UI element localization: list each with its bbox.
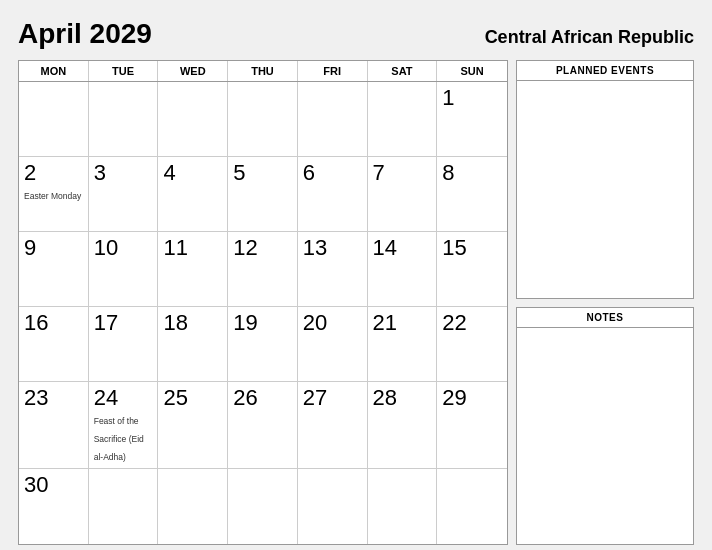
calendar-cell: 24Feast of the Sacrifice (Eid al-Adha): [89, 382, 159, 469]
calendar-cell: 14: [368, 232, 438, 307]
cell-day-number: 21: [373, 311, 432, 335]
calendar-cell: [158, 82, 228, 157]
cell-day-number: 23: [24, 386, 83, 410]
calendar-cell: 18: [158, 307, 228, 382]
sidebar: PLANNED EVENTS NOTES: [516, 60, 694, 545]
cell-event: Feast of the Sacrifice (Eid al-Adha): [94, 416, 144, 462]
cell-day-number: 17: [94, 311, 153, 335]
calendar-cell: [298, 82, 368, 157]
calendar-cell: [368, 469, 438, 544]
calendar-cell: 22: [437, 307, 507, 382]
calendar-cell: 17: [89, 307, 159, 382]
calendar-cell: 11: [158, 232, 228, 307]
notes-title: NOTES: [517, 308, 693, 328]
calendar-cell: [19, 82, 89, 157]
calendar-cell: 23: [19, 382, 89, 469]
cell-day-number: 7: [373, 161, 432, 185]
calendar-cell: 10: [89, 232, 159, 307]
main-content: MONTUEWEDTHUFRISATSUN 12Easter Monday345…: [18, 60, 694, 545]
cell-day-number: 10: [94, 236, 153, 260]
calendar-cell: 1: [437, 82, 507, 157]
calendar-cell: [158, 469, 228, 544]
day-header: WED: [158, 61, 228, 81]
calendar-cell: 25: [158, 382, 228, 469]
calendar-cell: 16: [19, 307, 89, 382]
day-header: THU: [228, 61, 298, 81]
page-header: April 2029 Central African Republic: [18, 18, 694, 50]
notes-box: NOTES: [516, 307, 694, 546]
calendar-cell: 27: [298, 382, 368, 469]
cell-day-number: 15: [442, 236, 502, 260]
calendar-cell: 5: [228, 157, 298, 232]
calendar-cell: 30: [19, 469, 89, 544]
cell-day-number: 29: [442, 386, 502, 410]
cell-day-number: 8: [442, 161, 502, 185]
calendar-cell: [228, 469, 298, 544]
day-header: FRI: [298, 61, 368, 81]
cell-day-number: 14: [373, 236, 432, 260]
cell-day-number: 27: [303, 386, 362, 410]
cell-day-number: 24: [94, 386, 153, 410]
cell-day-number: 13: [303, 236, 362, 260]
cell-day-number: 26: [233, 386, 292, 410]
calendar: MONTUEWEDTHUFRISATSUN 12Easter Monday345…: [18, 60, 508, 545]
country-label: Central African Republic: [485, 27, 694, 48]
cell-day-number: 6: [303, 161, 362, 185]
day-header: SAT: [368, 61, 438, 81]
calendar-cell: 19: [228, 307, 298, 382]
calendar-cell: 7: [368, 157, 438, 232]
calendar-cell: 3: [89, 157, 159, 232]
calendar-cell: [228, 82, 298, 157]
calendar-grid: 12Easter Monday3456789101112131415161718…: [19, 82, 507, 544]
cell-day-number: 18: [163, 311, 222, 335]
cell-day-number: 12: [233, 236, 292, 260]
cell-day-number: 19: [233, 311, 292, 335]
cell-day-number: 5: [233, 161, 292, 185]
cell-day-number: 1: [442, 86, 502, 110]
calendar-cell: 21: [368, 307, 438, 382]
cell-day-number: 20: [303, 311, 362, 335]
notes-content: [517, 328, 693, 545]
day-header: TUE: [89, 61, 159, 81]
cell-day-number: 25: [163, 386, 222, 410]
calendar-cell: [89, 82, 159, 157]
calendar-cell: 9: [19, 232, 89, 307]
cell-day-number: 4: [163, 161, 222, 185]
calendar-cell: 28: [368, 382, 438, 469]
calendar-cell: 4: [158, 157, 228, 232]
cell-day-number: 30: [24, 473, 83, 497]
calendar-cell: 20: [298, 307, 368, 382]
planned-events-content: [517, 81, 693, 298]
calendar-cell: [368, 82, 438, 157]
calendar-cell: [298, 469, 368, 544]
calendar-cell: 26: [228, 382, 298, 469]
day-header: SUN: [437, 61, 507, 81]
calendar-cell: 15: [437, 232, 507, 307]
cell-day-number: 11: [163, 236, 222, 260]
cell-day-number: 9: [24, 236, 83, 260]
cell-day-number: 22: [442, 311, 502, 335]
cell-day-number: 16: [24, 311, 83, 335]
calendar-cell: [89, 469, 159, 544]
planned-events-title: PLANNED EVENTS: [517, 61, 693, 81]
day-headers-row: MONTUEWEDTHUFRISATSUN: [19, 61, 507, 82]
planned-events-box: PLANNED EVENTS: [516, 60, 694, 299]
calendar-cell: 12: [228, 232, 298, 307]
cell-event: Easter Monday: [24, 191, 81, 201]
page-title: April 2029: [18, 18, 152, 50]
calendar-cell: 8: [437, 157, 507, 232]
calendar-cell: 13: [298, 232, 368, 307]
cell-day-number: 28: [373, 386, 432, 410]
cell-day-number: 2: [24, 161, 83, 185]
calendar-cell: 6: [298, 157, 368, 232]
calendar-cell: 29: [437, 382, 507, 469]
calendar-cell: 2Easter Monday: [19, 157, 89, 232]
cell-day-number: 3: [94, 161, 153, 185]
calendar-cell: [437, 469, 507, 544]
day-header: MON: [19, 61, 89, 81]
